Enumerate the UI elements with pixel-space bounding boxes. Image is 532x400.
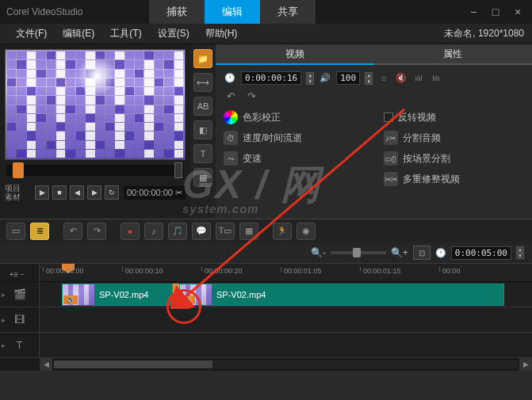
- tick: 00:00:00:10: [122, 267, 163, 272]
- motion-track-button[interactable]: 🏃: [273, 223, 292, 240]
- subtitle-button[interactable]: 💬: [192, 223, 211, 240]
- duration-input[interactable]: 0:00:00:16: [241, 71, 301, 85]
- timeline-ruler[interactable]: +≡ − 00:00:00:00 00:00:00:10 00:00:00:20…: [0, 263, 532, 282]
- zoom-in-icon[interactable]: 🔍+: [391, 247, 408, 258]
- overlay-track-body[interactable]: [40, 307, 532, 332]
- zoom-thumb[interactable]: [353, 248, 361, 257]
- menu-tools[interactable]: 工具(T): [102, 27, 149, 40]
- variable-speed-option[interactable]: ⤳变速: [224, 151, 365, 166]
- titles-icon[interactable]: AB: [193, 97, 212, 116]
- 3d-button[interactable]: ◉: [297, 223, 316, 240]
- media-library-icon[interactable]: 📁: [193, 49, 212, 68]
- collapse-icon[interactable]: −: [21, 270, 30, 280]
- tab-edit[interactable]: 编辑: [205, 0, 260, 24]
- minimize-button[interactable]: −: [465, 5, 481, 19]
- tick: 00:00: [439, 267, 461, 272]
- scroll-track[interactable]: [54, 360, 518, 368]
- audio-mixer-button[interactable]: ♪: [144, 223, 163, 240]
- clip-1[interactable]: SP-V02.mp4 🔊: [62, 284, 173, 306]
- clip-1-audio-badge: 🔊: [63, 295, 78, 304]
- reverse-video-option[interactable]: 反转视频: [384, 110, 525, 124]
- multi-trim-option[interactable]: ✂✂多重修整视频: [384, 172, 525, 186]
- tab-video[interactable]: 视频: [216, 44, 374, 65]
- video-track-head[interactable]: ▸🎬: [0, 282, 40, 307]
- tool-column: 📁 ⟷ AB ◧ T ▦: [190, 44, 216, 219]
- preview-timecode[interactable]: 00:00:00:00✂: [124, 186, 186, 200]
- redo-button[interactable]: ↷: [87, 223, 106, 240]
- tab-attributes[interactable]: 属性: [374, 44, 533, 65]
- scrub-bar[interactable]: [6, 165, 184, 176]
- menu-file[interactable]: 文件(F): [8, 27, 55, 40]
- menu-edit[interactable]: 编辑(E): [55, 27, 102, 40]
- title-track-body[interactable]: [40, 333, 532, 357]
- multi-trim-icon: ✂✂: [384, 172, 398, 186]
- loop-button[interactable]: ↻: [105, 185, 119, 200]
- video-track-body[interactable]: SP-V02.mp4 🔊 SP-V02.mp4 🔊: [40, 282, 532, 307]
- zoom-out-icon[interactable]: 🔍-: [311, 247, 326, 258]
- clip-2[interactable]: SP-V02.mp4 🔊: [179, 284, 504, 306]
- menu-help[interactable]: 帮助(H): [197, 27, 246, 40]
- menu-settings[interactable]: 设置(S): [150, 27, 197, 40]
- chapter-button[interactable]: ▦: [239, 223, 258, 240]
- rotate-left-button[interactable]: ↶: [224, 90, 238, 102]
- fade-in-icon[interactable]: ılıl: [412, 72, 425, 85]
- storyboard-view-button[interactable]: ▭: [6, 223, 25, 240]
- clip-transition[interactable]: [173, 284, 179, 306]
- transitions-icon[interactable]: ⟷: [193, 73, 212, 92]
- rotate-right-button[interactable]: ↷: [244, 90, 258, 102]
- speed-option[interactable]: ⏱速度/时间流逝: [224, 131, 365, 145]
- video-track-icon: 🎬: [13, 288, 26, 300]
- tick: 00:00:01:15: [360, 267, 401, 272]
- maximize-button[interactable]: □: [488, 5, 503, 19]
- filters-icon[interactable]: ▦: [193, 168, 212, 187]
- clip-2-label: SP-V02.mp4: [212, 290, 270, 299]
- zoom-tc-spinner[interactable]: ▲▼: [516, 246, 524, 259]
- play-button[interactable]: ▶: [35, 185, 49, 200]
- auto-music-button[interactable]: 🎵: [168, 223, 187, 240]
- add-track-icon[interactable]: +≡: [10, 270, 19, 280]
- timeline-view-button[interactable]: ≣: [30, 223, 49, 240]
- fit-project-button[interactable]: ⊡: [413, 246, 431, 260]
- split-audio-option[interactable]: ♪✂分割音频: [384, 131, 525, 145]
- zoom-slider[interactable]: [331, 251, 386, 254]
- scroll-thumb[interactable]: [54, 360, 212, 368]
- scrub-end-marker[interactable]: [174, 162, 182, 178]
- title-button[interactable]: T▭: [216, 223, 235, 240]
- ruler-ticks[interactable]: 00:00:00:00 00:00:00:10 00:00:00:20 00:0…: [40, 264, 532, 281]
- fade-out-icon[interactable]: lılı: [430, 72, 442, 85]
- prev-frame-button[interactable]: ◀: [70, 185, 84, 200]
- duration-spinner[interactable]: ▲▼: [306, 72, 314, 85]
- overlay-track-head[interactable]: ▸🎞: [0, 307, 40, 332]
- text-tool-icon[interactable]: T: [193, 144, 212, 163]
- stop-button[interactable]: ■: [52, 185, 67, 200]
- scrub-handle[interactable]: [13, 162, 24, 178]
- app-title: Corel VideoStudio: [6, 6, 149, 17]
- title-track-head[interactable]: ▸T: [0, 333, 40, 357]
- mute-icon[interactable]: 🔇: [395, 72, 408, 85]
- tab-share[interactable]: 共享: [260, 0, 316, 24]
- record-button[interactable]: ●: [121, 223, 140, 240]
- scroll-left-button[interactable]: ◀: [40, 358, 52, 371]
- volume-spinner[interactable]: ▲▼: [365, 72, 373, 85]
- clock-icon-small: 🕐: [435, 248, 446, 258]
- reverse-checkbox[interactable]: [384, 112, 393, 122]
- variable-speed-icon: ⤳: [224, 151, 238, 166]
- scroll-right-button[interactable]: ▶: [519, 358, 532, 371]
- color-correction-option[interactable]: 色彩校正: [224, 110, 365, 124]
- graphics-icon[interactable]: ◧: [193, 120, 212, 139]
- undo-button[interactable]: ↶: [63, 223, 82, 240]
- split-scene-option[interactable]: ▭▯按场景分割: [384, 151, 525, 166]
- line-icon: ≡: [377, 72, 390, 85]
- preview-screen[interactable]: [5, 49, 186, 160]
- zoom-timecode[interactable]: 0:00:05:00: [451, 246, 511, 260]
- timeline-hscroll[interactable]: ◀ ▶: [0, 358, 532, 371]
- volume-input[interactable]: 100: [336, 71, 360, 85]
- mode-label: 项目 素材: [5, 184, 32, 201]
- transport-controls: 项目 素材 ▶ ■ ◀ ▶ ↻ 00:00:00:00✂: [5, 184, 186, 201]
- next-frame-button[interactable]: ▶: [87, 185, 101, 200]
- overlay-track: ▸🎞: [0, 307, 532, 333]
- title-track-icon: T: [17, 339, 23, 351]
- close-button[interactable]: ×: [510, 5, 526, 19]
- preview-pane: 项目 素材 ▶ ■ ◀ ▶ ↻ 00:00:00:00✂: [0, 44, 190, 219]
- tab-capture[interactable]: 捕获: [149, 0, 205, 24]
